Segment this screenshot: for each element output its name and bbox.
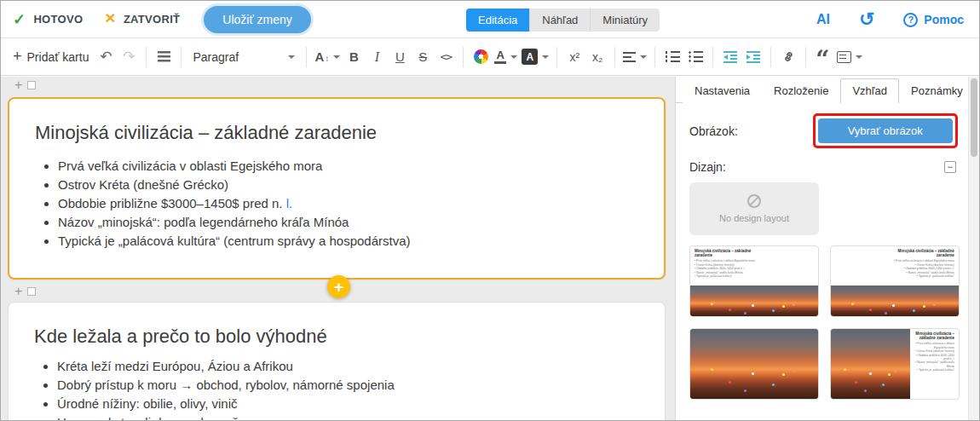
card-bullet-list: Prvá veľká civilizácia v oblasti Egejské… bbox=[35, 157, 638, 251]
bullet-item: Typická je „palácová kultúra“ (centrum s… bbox=[58, 232, 638, 251]
underline-icon[interactable] bbox=[390, 45, 409, 69]
scrollbar-thumb[interactable] bbox=[971, 78, 977, 157]
balloon-dot bbox=[894, 370, 896, 372]
link-icon bbox=[781, 49, 796, 64]
balloon-dot bbox=[711, 303, 713, 305]
code-icon[interactable] bbox=[436, 45, 455, 69]
thumbnail-title: Minojská civilizácia – základné zaradeni… bbox=[880, 249, 954, 258]
view-tab-nahlad[interactable]: Náhľad bbox=[530, 9, 591, 32]
save-changes-button[interactable]: Uložiť zmeny bbox=[204, 6, 311, 33]
ai-button[interactable]: AI bbox=[816, 12, 830, 27]
thumbnail-text-scale: Minojská civilizácia – základné zaradeni… bbox=[880, 249, 954, 278]
insert-block-dropdown[interactable] bbox=[837, 45, 862, 69]
undo-icon[interactable] bbox=[96, 45, 115, 69]
bullet-item: Ostrov Kréta (dnešné Grécko) bbox=[58, 176, 638, 194]
toolbar-divider bbox=[614, 47, 615, 67]
image-row: Obrázok: Vybrať obrázok bbox=[689, 113, 970, 148]
panel-scrollbar[interactable] bbox=[968, 77, 979, 420]
panel-tab-vzhlad[interactable]: Vzhľad bbox=[840, 78, 899, 103]
view-tab-editacia[interactable]: Editácia bbox=[466, 9, 530, 32]
select-image-button[interactable]: Vybrať obrázok bbox=[818, 118, 953, 143]
paragraph-style-dropdown[interactable]: Paragraf bbox=[189, 45, 298, 69]
cards-canvas: Minojská civilizácia – základné zaradeni… bbox=[1, 77, 675, 420]
thumbnail-text-scale: Minojská civilizácia – základné zaradeni… bbox=[910, 332, 955, 372]
outdent-icon[interactable] bbox=[723, 51, 737, 63]
ordered-list-icon[interactable] bbox=[666, 51, 680, 62]
thumbnail-sunset-image bbox=[831, 329, 910, 399]
balloon-dot bbox=[711, 368, 713, 371]
panel-tab-nastavenia[interactable]: Nastavenia bbox=[683, 78, 762, 103]
view-tab-miniatury[interactable]: Miniatúry bbox=[591, 9, 660, 32]
italic-icon[interactable] bbox=[367, 45, 386, 69]
thumbnail-text: Minojská civilizácia – základné zaradeni… bbox=[880, 249, 954, 285]
card-1[interactable]: Minojská civilizácia – základné zaradeni… bbox=[8, 97, 666, 280]
toolbar-divider bbox=[146, 47, 147, 67]
toolbar-divider bbox=[181, 47, 182, 67]
design-thumbnail-4[interactable]: Minojská civilizácia – základné zaradeni… bbox=[830, 328, 960, 400]
top-bar: HOTOVO ZATVORIŤ Uložiť zmeny EditáciaNáh… bbox=[1, 1, 979, 38]
chevron-down-icon bbox=[333, 55, 340, 59]
bullet-list-icon[interactable] bbox=[689, 51, 703, 62]
bullet-item: Úrodné nížiny: obilie, olivy, vinič bbox=[57, 395, 639, 413]
design-thumbnail-1[interactable]: Minojská civilizácia – základné zaradeni… bbox=[689, 245, 819, 317]
design-label: Dizajn: bbox=[689, 160, 726, 174]
panel-tab-rozlozenie[interactable]: Rozloženie bbox=[762, 78, 840, 103]
card-title: Kde ležala a prečo to bolo výhodné bbox=[34, 325, 639, 349]
balloon-dot bbox=[913, 309, 915, 312]
card-select-checkbox[interactable] bbox=[27, 81, 36, 89]
balloon-dot bbox=[744, 312, 747, 314]
question-circle-icon bbox=[903, 13, 918, 27]
card-select-checkbox[interactable] bbox=[27, 287, 36, 296]
balloon-dot bbox=[855, 381, 857, 384]
done-button[interactable]: HOTOVO bbox=[13, 10, 83, 29]
toolbar-divider bbox=[654, 47, 655, 67]
panel-tab-poznamky[interactable]: Poznámky bbox=[899, 78, 975, 103]
toolbar-divider bbox=[463, 47, 464, 67]
balloon-dot bbox=[782, 373, 785, 376]
indent-icon[interactable] bbox=[747, 51, 760, 63]
design-thumbnail-2[interactable]: Minojská civilizácia – základné zaradeni… bbox=[830, 245, 960, 317]
chevron-down-icon bbox=[640, 55, 647, 59]
thumbnail-sunset-image bbox=[690, 329, 818, 399]
blockquote-icon[interactable] bbox=[816, 49, 831, 65]
subscript-icon[interactable] bbox=[588, 45, 607, 69]
bullet-item: Dobrý prístup k moru → obchod, rybolov, … bbox=[57, 376, 639, 395]
thumbnail-title: Minojská civilizácia – základné zaradeni… bbox=[910, 332, 955, 341]
insert-block-icon bbox=[837, 51, 851, 63]
add-card-here-icon[interactable] bbox=[14, 286, 22, 297]
close-button[interactable]: ZATVORIŤ bbox=[105, 12, 180, 26]
cards-stack-icon[interactable] bbox=[158, 51, 170, 62]
color-palette-icon[interactable] bbox=[474, 49, 488, 64]
balloon-dot bbox=[752, 372, 754, 375]
bullet-item: Obdobie približne $3000–1450$ pred n. l. bbox=[58, 194, 638, 213]
add-card-button[interactable]: Pridať kartu bbox=[9, 45, 92, 69]
balloon-dot bbox=[851, 303, 854, 305]
thumbnail-sunset-image bbox=[690, 285, 818, 316]
balloon-dot bbox=[864, 389, 867, 392]
design-row: Dizajn: bbox=[689, 160, 968, 174]
add-card-here-icon[interactable] bbox=[14, 80, 22, 90]
font-size-dropdown[interactable] bbox=[314, 45, 340, 69]
topbar-right-group: AI Pomoc bbox=[816, 1, 964, 38]
balloon-dot bbox=[782, 305, 785, 308]
balloon-dot bbox=[772, 384, 775, 386]
no-design-label: No design layout bbox=[719, 213, 789, 223]
balloon-dot bbox=[729, 309, 731, 311]
bold-icon[interactable] bbox=[344, 45, 363, 69]
add-card-fab-button[interactable] bbox=[327, 275, 350, 298]
balloon-dot bbox=[793, 303, 795, 306]
thumbnail-text: Minojská civilizácia – základné zaradeni… bbox=[695, 249, 769, 285]
highlight-color-dropdown[interactable] bbox=[522, 45, 549, 69]
align-dropdown[interactable] bbox=[623, 45, 647, 69]
superscript-icon[interactable] bbox=[565, 45, 584, 69]
help-button[interactable]: Pomoc bbox=[903, 13, 964, 27]
design-thumbnail-3[interactable] bbox=[689, 328, 819, 400]
text-color-dropdown[interactable]: A bbox=[494, 45, 517, 69]
history-icon[interactable] bbox=[859, 9, 874, 31]
collapse-section-icon[interactable] bbox=[944, 161, 956, 173]
link-button[interactable] bbox=[779, 45, 798, 69]
strikethrough-icon[interactable] bbox=[413, 45, 432, 69]
align-left-icon bbox=[623, 52, 636, 62]
card-2[interactable]: Kde ležala a prečo to bolo výhodnéKréta … bbox=[8, 302, 666, 420]
no-design-layout-option[interactable]: No design layout bbox=[689, 182, 819, 235]
